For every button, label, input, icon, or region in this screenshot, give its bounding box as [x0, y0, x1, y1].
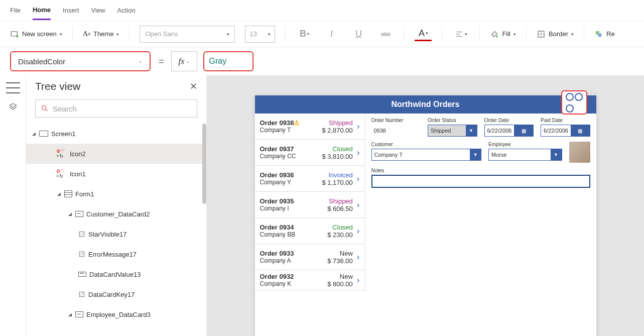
order-company: Company Y: [260, 179, 322, 186]
underline-button[interactable]: U: [350, 26, 367, 43]
order-date-picker[interactable]: 6/22/2006 ▦: [484, 125, 534, 137]
order-status-select[interactable]: Shipped ▼: [428, 125, 477, 137]
pencil-icon: [78, 231, 85, 238]
menu-file[interactable]: File: [10, 2, 21, 19]
chevron-right-icon: ›: [353, 174, 360, 184]
align-icon: [455, 30, 464, 39]
tree-node-starvisible[interactable]: StarVisible17: [26, 224, 206, 244]
paid-date-label: Paid Date: [541, 118, 590, 123]
svg-line-13: [46, 109, 47, 111]
tree-search-input[interactable]: Search: [35, 99, 197, 118]
font-select[interactable]: Open Sans ▾: [140, 26, 235, 43]
order-amount: $ 800.00: [327, 280, 353, 288]
strikethrough-button[interactable]: abc: [377, 26, 394, 43]
chevron-down-icon: ▾: [60, 32, 62, 37]
order-row[interactable]: Order 0937Company CCClosed$ 3,810.00›: [255, 140, 365, 166]
datacard-icon: [75, 311, 83, 317]
screen-icon: [39, 131, 48, 137]
separator: [442, 27, 442, 42]
customer-value: Company T: [374, 152, 403, 158]
order-date-value: 6/22/2006: [485, 128, 514, 134]
order-company: Company I: [260, 205, 328, 212]
detail-form: Order Number 0938 Order Status Shipped ▼…: [365, 114, 596, 290]
chevron-down-icon: ▾: [227, 32, 229, 37]
scrollbar[interactable]: [202, 124, 206, 204]
font-color-button[interactable]: A▾: [415, 27, 432, 41]
reorder-button[interactable]: Re: [594, 30, 615, 39]
search-icon: [41, 104, 49, 113]
menu-home[interactable]: Home: [33, 1, 51, 20]
tree-node-customer-card[interactable]: ◢ Customer_DataCard2: [26, 204, 206, 224]
tree-node-icon2[interactable]: ⊘♡+↻ Icon2: [26, 144, 206, 164]
italic-button[interactable]: I: [323, 26, 340, 43]
property-dropdown[interactable]: DisabledColor ⌄: [10, 51, 151, 71]
paid-date-picker[interactable]: 6/22/2006 ▦: [541, 125, 590, 137]
left-rail: [0, 75, 26, 336]
formula-input[interactable]: Gray: [203, 51, 253, 71]
chevron-right-icon: ›: [353, 275, 360, 285]
chevron-down-icon: ▾: [465, 32, 467, 37]
fill-label: Fill: [502, 30, 510, 38]
employee-value: Morse: [491, 152, 507, 158]
paid-date-value: 6/22/2006: [541, 128, 571, 134]
order-company: Company A: [260, 257, 328, 264]
chevron-down-icon: ⌄: [139, 59, 143, 64]
customer-select[interactable]: Company T ▼: [371, 149, 482, 161]
chevron-right-icon: ›: [353, 200, 360, 210]
formula-text: Gray: [209, 57, 227, 66]
pencil-icon: [78, 291, 85, 298]
theme-label: Theme: [93, 30, 113, 38]
font-value: Open Sans: [145, 30, 178, 38]
order-row[interactable]: Order 0934Company BBClosed$ 230.00›: [255, 218, 365, 244]
bold-button[interactable]: B▾: [296, 26, 313, 43]
fill-button[interactable]: Fill ▾: [490, 30, 516, 39]
order-id: Order 0934: [260, 223, 328, 231]
tree-node-employee-card[interactable]: ◢ Employee_DataCard3: [26, 304, 206, 324]
sync-icon-selected[interactable]: [561, 90, 587, 115]
notes-input[interactable]: [371, 175, 590, 188]
order-row[interactable]: Order 0936Company YInvoiced$ 1,170.00›: [255, 166, 365, 192]
order-row[interactable]: Order 0932Company KNew$ 800.00›: [255, 270, 365, 290]
order-amount: $ 2,870.00: [322, 127, 352, 134]
menu-view[interactable]: View: [91, 2, 105, 19]
order-number-label: Order Number: [371, 118, 421, 123]
align-button[interactable]: ▾: [452, 26, 469, 43]
chevron-right-icon: ›: [353, 252, 360, 262]
equals-sign: =: [157, 56, 166, 67]
tree-node-datacardvalue[interactable]: DataCardValue13: [26, 264, 206, 284]
chevron-down-icon: ▾: [571, 32, 574, 37]
font-size-select[interactable]: 13 ▾: [245, 26, 275, 43]
separator: [129, 27, 130, 42]
tree-node-errormessage[interactable]: ErrorMessage17: [26, 244, 206, 264]
dropdown-icon: [78, 272, 86, 277]
cancel-reload-icon: ⊘♡+↻: [56, 169, 65, 179]
order-id: Order 0932: [260, 273, 328, 280]
fx-button[interactable]: fx ⌄: [171, 51, 197, 71]
customer-label: Customer: [371, 142, 482, 147]
tree-view-panel: Tree view ✕ Search ◢ Screen1 ⊘♡+↻ Icon2 …: [26, 75, 207, 336]
tree-node-icon1[interactable]: ⊘♡+↻ Icon1: [26, 164, 206, 184]
new-screen-label: New screen: [22, 30, 57, 38]
close-button[interactable]: ✕: [190, 81, 197, 92]
order-row[interactable]: Order 0938⚠Company TShipped$ 2,870.00›: [255, 114, 365, 140]
order-list[interactable]: Order 0938⚠Company TShipped$ 2,870.00›Or…: [255, 114, 365, 290]
order-company: Company BB: [260, 231, 328, 238]
order-row[interactable]: Order 0935Company IShipped$ 606.50›: [255, 192, 365, 218]
form-icon: [64, 190, 72, 197]
chevron-right-icon: ›: [353, 122, 360, 132]
theme-button[interactable]: Aa Theme ▾: [83, 30, 119, 38]
tree-node-form1[interactable]: ◢ Form1: [26, 184, 206, 204]
app-title: Northwind Orders: [391, 100, 459, 109]
tree-node-datacardkey[interactable]: DataCardKey17: [26, 284, 206, 304]
separator: [285, 27, 286, 42]
tree-view-tab[interactable]: [9, 102, 18, 113]
tree-node-screen1[interactable]: ◢ Screen1: [26, 124, 206, 144]
order-row[interactable]: Order 0933Company ANew$ 736.00›: [255, 244, 365, 270]
menu-action[interactable]: Action: [117, 2, 136, 19]
hamburger-button[interactable]: [6, 82, 20, 93]
border-button[interactable]: Border ▾: [537, 30, 574, 39]
employee-select[interactable]: Morse ▼: [488, 149, 562, 161]
new-screen-button[interactable]: New screen ▾: [10, 30, 62, 39]
menu-insert[interactable]: Insert: [63, 2, 79, 19]
ribbon: New screen ▾ Aa Theme ▾ Open Sans ▾ 13 ▾…: [0, 21, 644, 47]
